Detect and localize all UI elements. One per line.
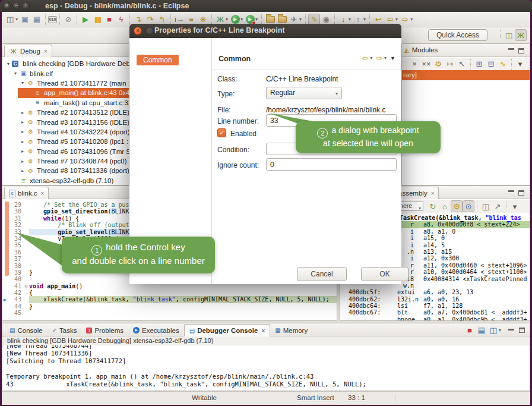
debug-tree-item[interactable]: ▾▣blink.elf — [2, 68, 129, 78]
maximize-icon[interactable] — [518, 48, 524, 53]
window-minimize-icon[interactable] — [12, 2, 20, 10]
pin-view-icon[interactable]: ↗ — [492, 200, 504, 212]
line-number[interactable]: 41 — [11, 283, 21, 289]
tab-console[interactable]: ▤Console — [5, 324, 48, 336]
tab-debug[interactable]: Ж Debug × — [4, 45, 52, 57]
view-menu-icon[interactable]: ▾ — [509, 200, 521, 212]
show-source-icon[interactable]: ⊙ — [463, 200, 474, 212]
refresh-icon[interactable]: ↻ — [427, 200, 439, 212]
open-new-view-icon[interactable]: ◫ — [480, 200, 492, 212]
expand-all-icon[interactable]: ⊞ — [473, 58, 485, 70]
suspend-icon[interactable]: ▮▮ — [91, 14, 103, 26]
minimize-icon[interactable] — [508, 190, 514, 196]
debug-tree-item[interactable]: ▸⚙Thread #4 1073432224 (dport) (Sus — [2, 127, 129, 137]
new-wizard-icon[interactable]: ◫ — [4, 14, 16, 26]
tab-memory[interactable]: ▦Memory — [270, 324, 312, 336]
debug-tree-item[interactable]: ▸⚙Thread #6 1073431096 (Tmr Svc) (S — [2, 147, 129, 156]
debug-tree-item[interactable]: ▸⚙Thread #2 1073413512 (IDLE) (Susp — [2, 108, 129, 117]
debug-tree-item[interactable]: ▸⚙Thread #7 1073408744 (ipc0) (Susp — [2, 156, 129, 166]
terminate-console-icon[interactable]: ■ — [464, 325, 476, 336]
line-number[interactable]: 31 — [11, 215, 21, 222]
maximize-icon[interactable] — [519, 328, 525, 333]
line-number[interactable]: 43 — [11, 296, 21, 303]
quick-access-button[interactable]: Quick Access — [428, 29, 487, 41]
line-number[interactable]: 37 — [11, 256, 21, 262]
display-selected-console-icon[interactable]: ▤ — [476, 325, 487, 336]
deselect-default-icon[interactable]: ↖ — [456, 58, 468, 70]
close-icon[interactable]: × — [44, 48, 48, 55]
skip-all-breakpoints-icon[interactable]: ⊘ — [62, 14, 74, 26]
debug-tree-item[interactable]: ▸⚙Thread #8 1073411336 (dport) (Sus — [2, 166, 129, 175]
link-with-debug-icon[interactable]: ∿ — [497, 58, 509, 70]
debug-perspective-icon[interactable]: Ж — [515, 29, 527, 41]
cancel-button[interactable]: Cancel — [297, 267, 347, 281]
debug-tree-item[interactable]: ≡main_task() at cpu_start.c:339 0x4 — [2, 98, 129, 108]
fold-collapse-icon[interactable]: ⊖ — [23, 283, 29, 289]
window-maximize-icon[interactable] — [22, 2, 30, 10]
debug-tree-item[interactable]: ≡app_main() at blink.c:43 0x400dbc — [2, 88, 129, 97]
tree-expander-icon[interactable]: ▸ — [19, 168, 26, 174]
enabled-checkbox[interactable] — [217, 128, 226, 137]
line-number[interactable]: 44 — [11, 303, 21, 310]
debug-tree-item[interactable]: ≣xtensa-esp32-elf-gdb (7.10) — [2, 176, 129, 185]
debug-tree-item[interactable]: ▾⚙Thread #1 1073411772 (main : Runn — [2, 78, 129, 88]
close-icon[interactable]: × — [431, 190, 435, 197]
ignore-count-input[interactable] — [266, 158, 397, 171]
tree-expander-icon[interactable]: ▸ — [19, 119, 26, 125]
track-expression-icon[interactable]: ⚙ — [451, 200, 463, 212]
load-symbols-all-icon[interactable]: ↦ — [444, 58, 456, 70]
save-all-icon[interactable]: ▦ — [31, 14, 43, 26]
back-history-dropdown[interactable]: ▾ — [370, 55, 372, 61]
tab-executables[interactable]: ▶Executables — [128, 324, 184, 336]
line-number[interactable]: 36 — [11, 249, 21, 256]
tree-expander-icon[interactable]: ▾ — [19, 80, 26, 86]
dialog-menu-icon[interactable] — [145, 27, 154, 35]
save-icon[interactable]: ▣ — [19, 14, 31, 26]
line-number[interactable]: 39 — [11, 269, 21, 276]
forward-history-icon[interactable]: ⇨ — [376, 53, 382, 62]
debug-tree-item[interactable]: ▸⚙Thread #3 1073413156 (IDLE) (Susp — [2, 117, 129, 127]
home-icon[interactable]: ⌂ — [439, 200, 451, 212]
view-menu-icon[interactable]: ▼ — [390, 55, 395, 61]
back-history-icon[interactable]: ⇦ — [362, 53, 368, 62]
tree-expander-icon[interactable]: ▸ — [19, 129, 26, 134]
line-number[interactable]: 40 — [11, 276, 21, 282]
minimize-icon[interactable] — [508, 329, 514, 334]
line-number[interactable]: 32 — [11, 222, 21, 228]
minimize-icon[interactable] — [508, 48, 514, 53]
open-perspective-icon[interactable]: ◫ — [503, 29, 515, 41]
tree-expander-icon[interactable]: ▾ — [12, 71, 19, 76]
close-icon[interactable]: × — [261, 328, 265, 334]
dialog-nav-item[interactable]: Common — [137, 55, 179, 65]
module-selected-row[interactable]: rary] — [402, 70, 530, 80]
line-number[interactable]: 35 — [11, 242, 21, 248]
dialog-close-icon[interactable] — [134, 27, 142, 35]
terminate-icon[interactable]: ■ — [103, 14, 115, 26]
tree-expander-icon[interactable]: ▸ — [19, 110, 26, 115]
debug-tree-item[interactable]: ▸⚙Thread #5 1073410208 (ipc1 : Runni — [2, 137, 129, 146]
line-number[interactable]: 42 — [11, 289, 21, 296]
ok-button[interactable]: OK — [361, 267, 408, 281]
line-number[interactable]: 34 — [11, 235, 21, 242]
tree-expander-icon[interactable]: ▸ — [19, 149, 26, 154]
line-number[interactable]: 29 — [11, 202, 21, 208]
collapse-all-icon[interactable]: ⊟ — [485, 58, 497, 70]
forward-icon[interactable]: ⇨ — [399, 14, 411, 26]
tab-debugger-console[interactable]: ▤Debugger Console× — [184, 324, 271, 336]
remove-module-icon[interactable]: × — [408, 58, 420, 70]
line-number[interactable]: 30 — [11, 208, 21, 215]
forward-history-dropdown[interactable]: ▾ — [384, 55, 387, 61]
tab-problems[interactable]: !Problems — [81, 324, 128, 336]
view-menu-icon[interactable]: ▾ — [514, 58, 526, 70]
remove-all-modules-icon[interactable]: ×× — [420, 58, 432, 70]
disconnect-icon[interactable]: ϟ — [115, 14, 127, 26]
tree-expander-icon[interactable]: ▸ — [19, 159, 26, 164]
tab-tasks[interactable]: ✓Tasks — [48, 324, 82, 336]
line-number[interactable]: 45 — [11, 310, 21, 316]
tree-expander-icon[interactable]: ▾ — [5, 61, 12, 67]
window-close-icon[interactable] — [3, 2, 11, 10]
line-number[interactable]: 38 — [11, 263, 21, 269]
chevron-down-icon[interactable]: ▾ — [419, 204, 421, 211]
debug-tree-item[interactable]: ▾Cblink checking [GDB Hardware Debug — [2, 59, 129, 68]
tree-expander-icon[interactable]: ▸ — [19, 139, 26, 144]
